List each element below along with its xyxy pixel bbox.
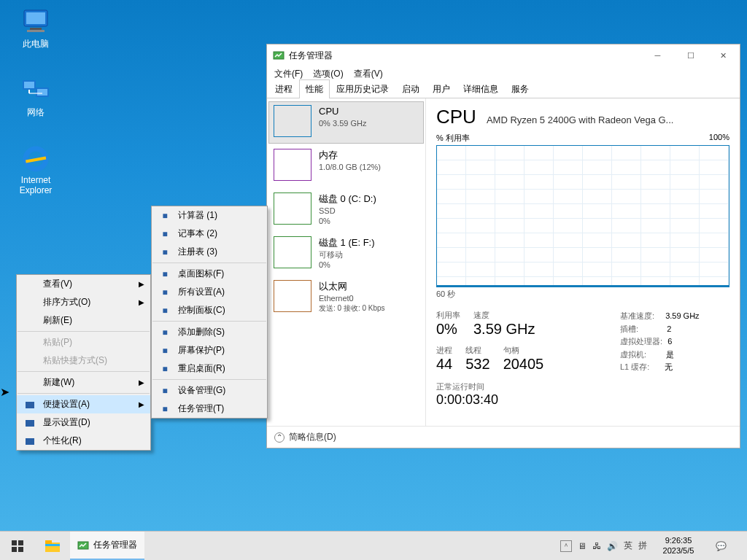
- system-tray[interactable]: ＾ 🖥 🖧 🔊 英 拼: [560, 540, 647, 552]
- ctx-item[interactable]: ■添加删除(S): [152, 323, 267, 341]
- sidebar-card-disk0[interactable]: 磁盘 0 (C: D:) SSD 0%: [268, 189, 424, 231]
- chart-x-label: 60 秒: [436, 289, 729, 300]
- sidebar-card-disk1[interactable]: 磁盘 1 (E: F:) 可移动 0%: [268, 233, 424, 275]
- tab-processes[interactable]: 进程: [268, 79, 299, 98]
- menu-item-icon: ■: [158, 287, 172, 298]
- menu-item-label: 粘贴(P): [43, 336, 72, 349]
- close-button[interactable]: ✕: [707, 44, 740, 66]
- clock-time: 9:26:35: [654, 536, 703, 545]
- ctx-item[interactable]: 查看(V)▶: [17, 275, 150, 293]
- menu-item-icon: ■: [158, 363, 172, 375]
- tab-users[interactable]: 用户: [426, 79, 457, 98]
- ctx-item[interactable]: 刷新(E): [17, 311, 150, 330]
- chevron-up-icon: ⌃: [274, 432, 285, 443]
- ctx-item[interactable]: ■桌面图标(F): [152, 265, 267, 283]
- desktop-icon-ie[interactable]: Internet Explorer: [10, 146, 61, 195]
- net-thumb: [274, 280, 311, 312]
- tab-startup[interactable]: 启动: [395, 79, 426, 98]
- separator: [18, 371, 150, 372]
- svg-rect-21: [45, 544, 60, 546]
- ctx-item[interactable]: ■注册表 (3): [152, 243, 267, 261]
- desktop-icon-network[interactable]: 网络: [10, 77, 61, 119]
- tab-details[interactable]: 详细信息: [457, 79, 505, 98]
- vp-label: 虚拟处理器:: [620, 337, 662, 346]
- svg-rect-18: [18, 547, 23, 552]
- tray-network-icon[interactable]: 🖧: [592, 541, 601, 551]
- menu-item-label: 重启桌面(R): [178, 362, 225, 375]
- ctx-item[interactable]: ■重启桌面(R): [152, 359, 267, 378]
- cpu-model: AMD Ryzen 5 2400G with Radeon Vega G...: [487, 114, 729, 125]
- desktop[interactable]: 此电脑 网络 Internet Explorer 任务管理器 ─ ☐ ✕ 文件(…: [0, 0, 747, 560]
- svg-rect-14: [26, 438, 34, 445]
- ctx-item[interactable]: ■记事本 (2): [152, 225, 267, 243]
- menu-item-label: 所有设置(A): [178, 286, 225, 298]
- ctx-item[interactable]: ■设备管理(G): [152, 381, 267, 400]
- ctx-item[interactable]: 个性化(R): [17, 432, 150, 450]
- ctx-item[interactable]: ■屏幕保护(P): [152, 341, 267, 359]
- ctx-item[interactable]: 便捷设置(A)▶: [17, 395, 150, 413]
- desktop-context-menu[interactable]: 查看(V)▶排序方式(O)▶刷新(E)粘贴(P)粘贴快捷方式(S)新建(W)▶便…: [16, 274, 151, 451]
- ctx-item: 粘贴(P): [17, 333, 150, 351]
- tab-services[interactable]: 服务: [505, 79, 535, 98]
- tray-volume-icon[interactable]: 🔊: [607, 541, 618, 551]
- desktop-icon-this-pc[interactable]: 此电脑: [10, 9, 61, 50]
- cpu-usage-chart[interactable]: [436, 145, 729, 287]
- menu-item-label: 桌面图标(F): [178, 268, 224, 280]
- minimize-button[interactable]: ─: [641, 44, 674, 66]
- cpu-thumb: [274, 105, 311, 137]
- menu-item-icon: [23, 377, 37, 389]
- l1-val: 无: [665, 362, 673, 371]
- ctx-item[interactable]: 显示设置(D): [17, 413, 150, 432]
- maximize-button[interactable]: ☐: [674, 44, 707, 66]
- quick-settings-submenu[interactable]: ■计算器 (1)■记事本 (2)■注册表 (3)■桌面图标(F)■所有设置(A)…: [151, 206, 268, 419]
- taskbar-task-taskmgr[interactable]: 任务管理器: [70, 532, 144, 560]
- svg-rect-16: [18, 540, 23, 545]
- sidebar-card-memory[interactable]: 内存 1.0/8.0 GB (12%): [268, 145, 424, 187]
- start-button[interactable]: [0, 532, 35, 560]
- action-center-icon[interactable]: 💬: [710, 541, 732, 551]
- separator: [18, 393, 150, 394]
- vm-val: 是: [666, 350, 674, 359]
- card-title: 以太网: [319, 280, 385, 293]
- menu-item-label: 便捷设置(A): [43, 398, 90, 411]
- sidebar-card-cpu[interactable]: CPU 0% 3.59 GHz: [268, 101, 424, 144]
- ime-mode[interactable]: 拼: [638, 540, 647, 552]
- sock-val: 2: [667, 324, 671, 333]
- chart-line: [437, 285, 729, 287]
- cursor-icon: ➤: [0, 385, 9, 399]
- ctx-item[interactable]: ■所有设置(A): [152, 283, 267, 301]
- ctx-item[interactable]: ■控制面板(C): [152, 301, 267, 319]
- ctx-item: 粘贴快捷方式(S): [17, 351, 150, 370]
- ctx-item[interactable]: ■任务管理(T): [152, 400, 267, 418]
- menu-item-label: 添加删除(S): [178, 326, 225, 338]
- titlebar[interactable]: 任务管理器 ─ ☐ ✕: [267, 44, 740, 66]
- tab-app-history[interactable]: 应用历史记录: [330, 79, 395, 98]
- tray-chevron-icon[interactable]: ＾: [560, 540, 572, 552]
- menu-item-icon: ■: [158, 385, 172, 397]
- ctx-item[interactable]: 排序方式(O)▶: [17, 293, 150, 311]
- sidebar-card-ethernet[interactable]: 以太网 Ethernet0 发送: 0 接收: 0 Kbps: [268, 276, 424, 319]
- vm-label: 虚拟机:: [620, 350, 646, 359]
- menu-item-icon: ■: [158, 228, 172, 240]
- menubar[interactable]: 文件(F) 选项(O) 查看(V): [267, 66, 740, 81]
- ie-icon: [21, 146, 50, 172]
- base-label: 基准速度:: [620, 311, 654, 320]
- menu-item-label: 控制面板(C): [178, 304, 225, 316]
- footer-label: 简略信息(D): [289, 431, 336, 443]
- tray-drive-icon[interactable]: 🖥: [578, 541, 587, 551]
- ctx-item[interactable]: 新建(W)▶: [17, 373, 150, 392]
- speed-label: 速度: [473, 310, 535, 321]
- taskbar[interactable]: 任务管理器 ＾ 🖥 🖧 🔊 英 拼 9:26:35 2023/5/5 💬: [0, 531, 747, 560]
- tab-performance[interactable]: 性能: [299, 79, 330, 98]
- svg-rect-12: [26, 402, 34, 408]
- menu-item-icon: ■: [158, 305, 172, 316]
- task-manager-window[interactable]: 任务管理器 ─ ☐ ✕ 文件(F) 选项(O) 查看(V) 进程 性能 应用历史…: [266, 44, 740, 448]
- svg-rect-2: [30, 28, 42, 30]
- ctx-item[interactable]: ■计算器 (1): [152, 206, 267, 225]
- card-sub: 0%: [319, 216, 376, 227]
- ime-lang[interactable]: 英: [624, 540, 632, 552]
- file-explorer-button[interactable]: [35, 532, 70, 560]
- footer-toggle[interactable]: ⌃ 简略信息(D): [267, 426, 740, 448]
- taskbar-clock[interactable]: 9:26:35 2023/5/5: [654, 536, 703, 555]
- uptime-value: 0:00:03:40: [436, 392, 605, 408]
